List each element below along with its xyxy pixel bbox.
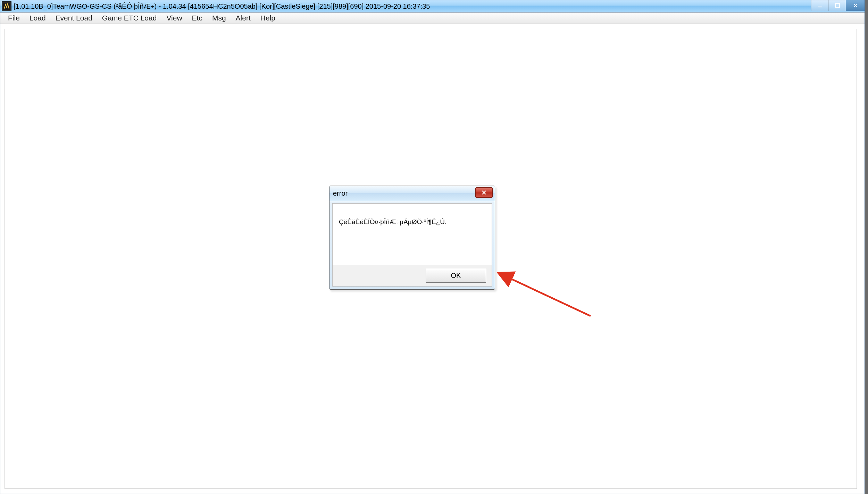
window-controls bbox=[811, 0, 865, 11]
dialog-message: ÇëÊäÈëÈÏÖ¤·þÎñÆ÷µÄµØÖ·ºÍ¶Ë¿Ú. bbox=[339, 218, 485, 226]
dialog-titlebar[interactable]: error bbox=[329, 186, 495, 201]
menu-etc[interactable]: Etc bbox=[187, 12, 207, 24]
close-button[interactable] bbox=[846, 0, 865, 11]
maximize-button[interactable] bbox=[828, 0, 846, 11]
desktop-frame: [1.01.10B_0]TeamWGO-GS-CS (²åÊÔ·þÎñÆ÷) -… bbox=[0, 0, 868, 494]
app-icon bbox=[2, 1, 11, 11]
dialog-close-button[interactable] bbox=[475, 187, 493, 198]
minimize-button[interactable] bbox=[811, 0, 828, 11]
menu-load[interactable]: Load bbox=[25, 12, 51, 24]
main-window: [1.01.10B_0]TeamWGO-GS-CS (²åÊÔ·þÎñÆ÷) -… bbox=[0, 0, 865, 494]
menu-msg[interactable]: Msg bbox=[207, 12, 231, 24]
dialog-body: ÇëÊäÈëÈÏÖ¤·þÎñÆ÷µÄµØÖ·ºÍ¶Ë¿Ú. OK bbox=[332, 203, 492, 287]
ok-button[interactable]: OK bbox=[426, 269, 486, 283]
menu-help[interactable]: Help bbox=[256, 12, 280, 24]
menu-game-etc-load[interactable]: Game ETC Load bbox=[97, 12, 162, 24]
dialog-title: error bbox=[333, 189, 348, 197]
menubar: File Load Event Load Game ETC Load View … bbox=[0, 12, 865, 24]
dialog-footer: OK bbox=[333, 265, 492, 286]
menu-file[interactable]: File bbox=[3, 12, 25, 24]
menu-view[interactable]: View bbox=[161, 12, 187, 24]
menu-alert[interactable]: Alert bbox=[231, 12, 256, 24]
error-dialog: error ÇëÊäÈëÈÏÖ¤·þÎñÆ÷µÄµØÖ·ºÍ¶Ë¿Ú. OK bbox=[329, 186, 495, 290]
titlebar[interactable]: [1.01.10B_0]TeamWGO-GS-CS (²åÊÔ·þÎñÆ÷) -… bbox=[0, 0, 865, 12]
window-title: [1.01.10B_0]TeamWGO-GS-CS (²åÊÔ·þÎñÆ÷) -… bbox=[14, 2, 430, 10]
menu-event-load[interactable]: Event Load bbox=[51, 12, 97, 24]
svg-rect-2 bbox=[835, 3, 840, 7]
